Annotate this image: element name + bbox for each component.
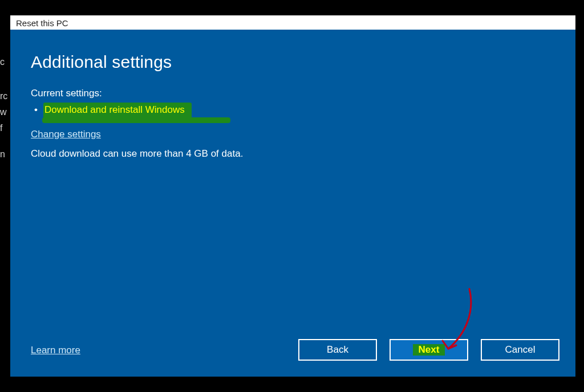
current-settings-label: Current settings: xyxy=(31,88,555,99)
change-settings-link[interactable]: Change settings xyxy=(31,129,101,140)
dialog-title: Reset this PC xyxy=(16,18,68,28)
background-text-fragments: c rc w f n xyxy=(0,0,11,392)
dialog-heading: Additional settings xyxy=(31,52,555,72)
next-button[interactable]: Next xyxy=(390,339,468,361)
learn-more-link[interactable]: Learn more xyxy=(31,345,80,356)
back-button[interactable]: Back xyxy=(298,339,377,361)
back-button-label: Back xyxy=(327,344,348,356)
bg-frag-b: rc xyxy=(0,91,7,101)
setting-item: Download and reinstall Windows xyxy=(31,103,555,119)
next-button-label: Next xyxy=(413,344,445,356)
bg-frag-c: w xyxy=(0,107,7,117)
bg-frag-a: c xyxy=(0,57,5,67)
setting-item-text: Download and reinstall Windows xyxy=(43,103,192,119)
dialog-content: Additional settings Current settings: Do… xyxy=(10,30,575,377)
cancel-button-label: Cancel xyxy=(505,344,536,356)
reset-pc-dialog: Reset this PC Additional settings Curren… xyxy=(10,15,575,377)
bg-frag-d: f xyxy=(0,123,2,133)
bg-frag-e: n xyxy=(0,149,5,160)
current-settings-list: Download and reinstall Windows xyxy=(31,103,555,119)
cancel-button[interactable]: Cancel xyxy=(481,339,559,361)
dialog-button-row: Back Next Cancel xyxy=(298,339,559,361)
dialog-titlebar: Reset this PC xyxy=(10,15,575,30)
cloud-download-info: Cloud download can use more than 4 GB of… xyxy=(31,148,555,160)
